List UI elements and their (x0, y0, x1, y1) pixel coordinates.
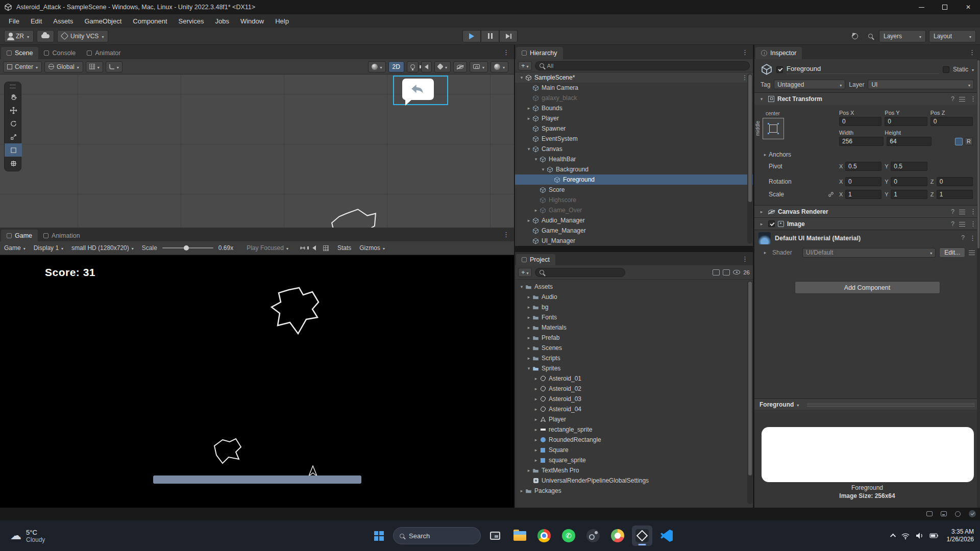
progress-icon[interactable] (955, 511, 961, 517)
component-menu-icon[interactable] (970, 95, 976, 103)
static-checkbox[interactable] (943, 66, 949, 73)
project-item-rectangle-sprite[interactable]: rectangle_sprite (515, 424, 753, 435)
tab-project[interactable]: Project (516, 254, 555, 265)
link-scale-icon[interactable] (828, 191, 834, 197)
scene-visibility-toggle[interactable] (453, 61, 467, 72)
help-icon[interactable] (951, 220, 954, 228)
chrome-button[interactable] (534, 525, 554, 546)
help-icon[interactable] (951, 208, 954, 215)
scale-tool[interactable] (5, 130, 22, 143)
layout-dropdown[interactable]: Layout (929, 30, 976, 42)
2d-mode-toggle[interactable]: 2D (388, 61, 404, 72)
cache-server-icon[interactable] (926, 511, 933, 516)
project-item-player-sprite[interactable]: Player (515, 414, 753, 424)
wifi-icon[interactable] (901, 532, 910, 540)
scrollbar-thumb[interactable] (977, 60, 979, 248)
project-panel-menu-icon[interactable] (737, 252, 753, 265)
tab-scene[interactable]: Scene (1, 47, 38, 59)
project-item-asteroid-04[interactable]: Asteroid_04 (515, 404, 753, 414)
pause-button[interactable] (481, 30, 499, 42)
scale-y-field[interactable]: 1 (891, 190, 927, 199)
taskbar-search[interactable]: Search (393, 527, 481, 544)
hierarchy-item-bounds[interactable]: Bounds (515, 103, 753, 113)
search-everywhere-button[interactable] (864, 30, 877, 42)
expand-arrow-icon[interactable] (518, 488, 525, 493)
pivot-x-field[interactable]: 0.5 (845, 162, 881, 171)
tag-dropdown[interactable]: Untagged (774, 80, 845, 89)
project-item-textmesh-pro[interactable]: TextMesh Pro (515, 465, 753, 475)
expand-arrow-icon[interactable] (525, 356, 532, 361)
rect-tool[interactable] (5, 143, 22, 157)
grid-visibility-dropdown[interactable] (86, 61, 103, 72)
expand-arrow-icon[interactable] (518, 75, 525, 80)
scale-z-field[interactable]: 1 (937, 190, 973, 199)
hierarchy-item-score[interactable]: Score (515, 185, 753, 195)
minimize-button[interactable] (910, 0, 933, 14)
canvas-renderer-header[interactable]: Canvas Renderer (754, 205, 980, 217)
scrollbar-thumb[interactable] (748, 282, 752, 475)
expand-arrow-icon[interactable] (525, 345, 532, 350)
menu-edit[interactable]: Edit (25, 14, 47, 28)
scene-asteroid-sprite[interactable] (331, 208, 378, 228)
tab-game[interactable]: Game (1, 230, 38, 241)
image-enabled-checkbox[interactable] (768, 220, 775, 227)
mute-audio-button[interactable] (312, 245, 316, 251)
project-item-fonts[interactable]: Fonts (515, 312, 753, 322)
search-by-label-icon[interactable] (723, 269, 730, 276)
hierarchy-item-samplescene[interactable]: SampleScene* (515, 72, 753, 83)
presets-icon[interactable] (959, 209, 965, 214)
expand-arrow-icon[interactable] (525, 325, 532, 330)
expand-arrow-icon[interactable] (758, 209, 765, 214)
hierarchy-item-spawner[interactable]: Spawner (515, 123, 753, 134)
expand-arrow-icon[interactable] (525, 468, 532, 473)
project-item-packages[interactable]: Packages (515, 486, 753, 496)
menu-services[interactable]: Services (173, 14, 210, 28)
project-create-button[interactable] (518, 268, 532, 277)
raw-edit-mode-button[interactable]: R (965, 137, 973, 145)
menu-file[interactable]: File (3, 14, 25, 28)
expand-arrow-icon[interactable] (532, 208, 540, 213)
expand-arrow-icon[interactable] (540, 167, 547, 172)
shader-menu-icon[interactable] (969, 250, 975, 255)
expand-arrow-icon[interactable] (758, 96, 765, 102)
help-icon[interactable] (961, 234, 965, 242)
expand-arrow-icon[interactable] (532, 386, 540, 391)
transform-tool[interactable] (5, 157, 22, 170)
maximize-button[interactable] (933, 0, 957, 14)
hierarchy-item-highscore[interactable]: Highscore (515, 195, 753, 205)
pos-y-field[interactable]: 0 (885, 117, 927, 126)
project-item-bg[interactable]: bg (515, 302, 753, 312)
expand-arrow-icon[interactable] (525, 116, 532, 121)
expand-arrow-icon[interactable] (758, 221, 765, 227)
scrollbar-thumb[interactable] (748, 74, 752, 202)
menu-gameobject[interactable]: GameObject (79, 14, 127, 28)
blueprint-mode-button[interactable] (955, 138, 963, 145)
rect-transform-header[interactable]: Rect Transform (754, 92, 980, 105)
project-item-assets[interactable]: Assets (515, 282, 753, 292)
width-field[interactable]: 256 (839, 137, 884, 146)
volume-icon[interactable] (915, 532, 924, 540)
clock-widget[interactable]: 3:35 AM 1/26/2026 (947, 528, 974, 543)
expand-arrow-icon[interactable] (532, 157, 540, 162)
project-item-asteroid-03[interactable]: Asteroid_03 (515, 394, 753, 404)
project-item-square-sprite[interactable]: square_sprite (515, 455, 753, 465)
hierarchy-search-input[interactable]: All (535, 61, 750, 70)
menu-jobs[interactable]: Jobs (209, 14, 234, 28)
project-item-prefab[interactable]: Prefab (515, 333, 753, 343)
account-dropdown[interactable]: ZR (4, 30, 34, 42)
expand-arrow-icon[interactable] (532, 458, 540, 463)
shader-dropdown[interactable]: UI/Default (802, 248, 936, 258)
add-component-button[interactable]: Add Component (795, 281, 940, 294)
expand-arrow-icon[interactable] (532, 417, 540, 422)
menu-assets[interactable]: Assets (47, 14, 79, 28)
step-button[interactable] (499, 30, 518, 42)
speech-bubble-sprite[interactable] (402, 79, 434, 100)
menu-help[interactable]: Help (270, 14, 295, 28)
project-item-scripts[interactable]: Scripts (515, 353, 753, 363)
expand-arrow-icon[interactable] (532, 396, 540, 402)
inspector-panel-menu-icon[interactable] (964, 45, 980, 59)
pos-z-field[interactable]: 0 (930, 117, 973, 126)
project-item-roundedrectangle[interactable]: RoundedRectangle (515, 435, 753, 445)
import-activity-icon[interactable] (941, 511, 947, 516)
game-view-dropdown[interactable]: Game (4, 244, 26, 252)
